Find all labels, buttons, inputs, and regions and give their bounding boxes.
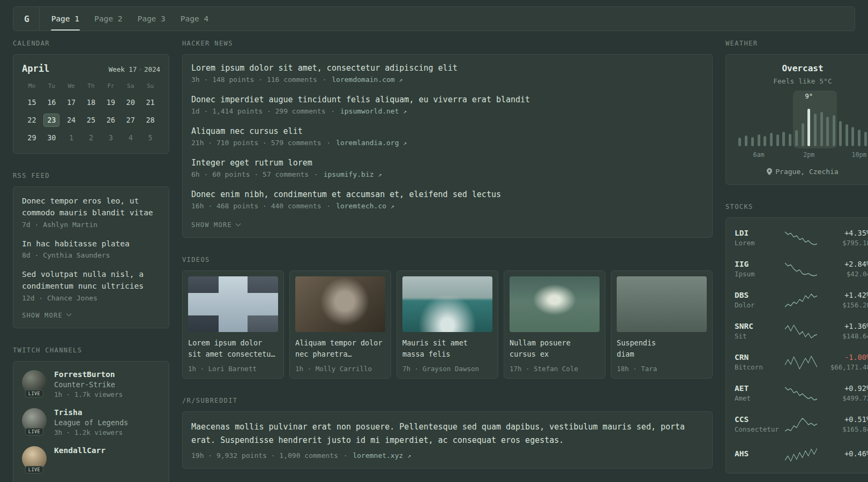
hn-item-title[interactable]: Donec imperdiet augue tincidunt felis al… xyxy=(191,95,704,104)
video-card[interactable]: Aliquam tempor dolor nec pharetra… 1h · … xyxy=(289,270,391,379)
page-tabs: Page 1 Page 2 Page 3 Page 4 xyxy=(44,7,216,31)
video-card[interactable]: Nullam posuere cursus ex 17h · Stefan Co… xyxy=(504,270,605,379)
stock-name: Lorem xyxy=(735,239,779,247)
page-tab[interactable]: Page 2 xyxy=(87,7,130,31)
stock-symbol: IIG xyxy=(735,260,779,268)
hn-source-link[interactable]: ipsumify.biz xyxy=(324,170,374,178)
separator-dot: · xyxy=(321,76,328,84)
twitch-channel-item[interactable]: LIVE Trisha League of Legends 3h · 1.2k … xyxy=(22,408,160,436)
video-meta: 17h · Stefan Cole xyxy=(510,365,600,373)
weather-temp-label: 9° xyxy=(805,93,812,100)
subreddit-source-link[interactable]: loremnet.xyz xyxy=(353,451,403,460)
stock-sparkline-chart xyxy=(785,323,817,339)
separator-dot: · xyxy=(325,139,332,147)
twitch-channel-info: Trisha League of Legends 3h · 1.2k viewe… xyxy=(54,408,128,436)
calendar-day-header: Sa xyxy=(121,82,140,89)
calendar-day-header: Su xyxy=(140,82,160,89)
stock-identity: SNRC Sit xyxy=(735,322,779,340)
stock-numbers: +4.35% $795.18 xyxy=(824,229,868,247)
twitch-channel-item[interactable]: LIVE ForrestBurton Counter-Strike 1h · 1… xyxy=(22,370,160,398)
weather-bar xyxy=(864,132,867,146)
calendar-day: 19 xyxy=(103,96,119,109)
weather-condition: Overcast xyxy=(735,63,868,73)
subreddit-post-title[interactable]: Maecenas mollis pulvinar erat non posuer… xyxy=(191,420,704,447)
stock-price: $795.18 xyxy=(824,239,868,247)
calendar-day-grid: 1516171819202122232425262728293012345 xyxy=(22,96,160,145)
hn-source-link[interactable]: loremdomain.com xyxy=(332,76,394,84)
stock-row: AET Amet +0.92% $499.72 xyxy=(735,378,868,409)
video-meta: 1h · Molly Carrillo xyxy=(295,365,385,373)
stock-numbers: -1.00% $66,171.48 xyxy=(824,353,868,371)
rss-show-more-button[interactable]: SHOW MORE xyxy=(22,312,160,319)
hn-item[interactable]: Donec imperdiet augue tincidunt felis al… xyxy=(191,95,704,115)
app-logo[interactable]: G xyxy=(22,7,40,31)
stock-row: LDI Lorem +4.35% $795.18 xyxy=(735,222,868,253)
stock-numbers: +0.92% $499.72 xyxy=(824,384,868,402)
hn-show-more-button[interactable]: SHOW MORE xyxy=(191,221,704,229)
hn-item-title[interactable]: Donec enim nibh, condimentum et accumsan… xyxy=(191,190,704,199)
external-link-icon: ↗ xyxy=(378,171,381,178)
weather-location-text: Prague, Czechia xyxy=(775,168,838,176)
calendar-day: 3 xyxy=(103,131,119,145)
weather-bar-cell xyxy=(856,104,863,146)
calendar-day-header: Th xyxy=(81,82,101,89)
subreddit-card: Maecenas mollis pulvinar erat non posuer… xyxy=(182,411,713,469)
calendar-day: 2 xyxy=(83,131,99,145)
calendar-day: 23 xyxy=(43,114,59,127)
calendar-day-header: Fr xyxy=(101,82,121,89)
weather-bar xyxy=(764,136,766,147)
weather-bar xyxy=(795,130,798,146)
stocks-card: LDI Lorem +4.35% $795.18 IIG Ipsum xyxy=(725,217,868,473)
weather-bar-cell xyxy=(831,104,837,146)
weather-bar-cell xyxy=(749,104,755,146)
video-card[interactable]: Lorem ipsum dolor sit amet consectetu… 1… xyxy=(182,270,284,379)
stock-row: AHS +0.46% xyxy=(735,440,868,469)
hn-item-title[interactable]: Lorem ipsum dolor sit amet, consectetur … xyxy=(191,63,704,73)
stocks-widget: STOCKS LDI Lorem +4.35% $795.18 xyxy=(725,203,868,473)
external-link-icon: ↗ xyxy=(399,76,403,84)
hn-source-link[interactable]: ipsumworld.net xyxy=(340,107,399,115)
calendar-day: 15 xyxy=(24,96,40,109)
page-tab[interactable]: Page 4 xyxy=(173,7,216,31)
weather-bar-cell xyxy=(787,104,794,146)
page-tab[interactable]: Page 1 xyxy=(44,7,87,31)
stock-name: Bitcorn xyxy=(735,363,779,371)
video-card[interactable]: Suspendis diam 18h · Tara xyxy=(611,270,713,379)
rss-card: Donec tempor eros leo, ut commodo mauris… xyxy=(13,186,169,328)
live-badge: LIVE xyxy=(25,390,43,397)
stock-change: +1.36% xyxy=(824,322,868,330)
video-title: Lorem ipsum dolor sit amet consectetu… xyxy=(188,337,278,360)
rss-item[interactable]: Sed volutpat nulla nisl, a condimentum n… xyxy=(22,269,160,302)
stock-symbol: AET xyxy=(735,384,779,393)
video-card[interactable]: Mauris sit amet massa felis 7h · Grayson… xyxy=(396,270,498,379)
twitch-channel-game: Counter-Strike xyxy=(54,380,123,389)
hn-source-link[interactable]: loremlandia.org xyxy=(336,139,399,147)
video-thumbnail xyxy=(510,276,600,332)
stock-sparkline-chart xyxy=(785,385,817,401)
hn-item-title[interactable]: Integer eget rutrum lorem xyxy=(191,158,704,168)
hn-item[interactable]: Donec enim nibh, condimentum et accumsan… xyxy=(191,190,704,210)
stock-numbers: +0.46% xyxy=(824,449,868,460)
separator-dot: · xyxy=(137,65,144,73)
weather-time-label: 10pm xyxy=(852,151,867,159)
separator-dot: · xyxy=(342,451,349,460)
hn-item[interactable]: Aliquam nec cursus elit 21h · 710 points… xyxy=(191,126,704,147)
stock-change: +2.84% xyxy=(824,260,868,268)
weather-bar xyxy=(789,134,791,146)
page-tab[interactable]: Page 3 xyxy=(130,7,173,31)
hn-item-stats: 16h · 468 points · 440 comments xyxy=(191,202,321,210)
rss-item[interactable]: Donec tempor eros leo, ut commodo mauris… xyxy=(22,195,160,229)
stock-row: SNRC Sit +1.36% $148.64 xyxy=(735,315,868,347)
rss-item[interactable]: In hac habitasse platea 8d · Cynthia Sau… xyxy=(22,238,160,260)
calendar-week-info: Week 17·2024 xyxy=(109,65,160,73)
stock-sparkline-chart xyxy=(785,261,817,277)
twitch-channel-item[interactable]: LIVE KendallCarr xyxy=(22,446,160,471)
hn-item-stats: 1d · 1,414 points · 299 comments xyxy=(191,107,325,115)
hn-item[interactable]: Integer eget rutrum lorem 6h · 60 points… xyxy=(191,158,704,178)
hn-item[interactable]: Lorem ipsum dolor sit amet, consectetur … xyxy=(191,63,704,84)
weather-bar-cell xyxy=(850,104,856,146)
rss-widget: RSS FEED Donec tempor eros leo, ut commo… xyxy=(13,172,169,328)
hn-source-link[interactable]: loremtech.co xyxy=(336,202,386,210)
twitch-list: LIVE ForrestBurton Counter-Strike 1h · 1… xyxy=(22,370,160,471)
hn-item-title[interactable]: Aliquam nec cursus elit xyxy=(191,126,704,136)
